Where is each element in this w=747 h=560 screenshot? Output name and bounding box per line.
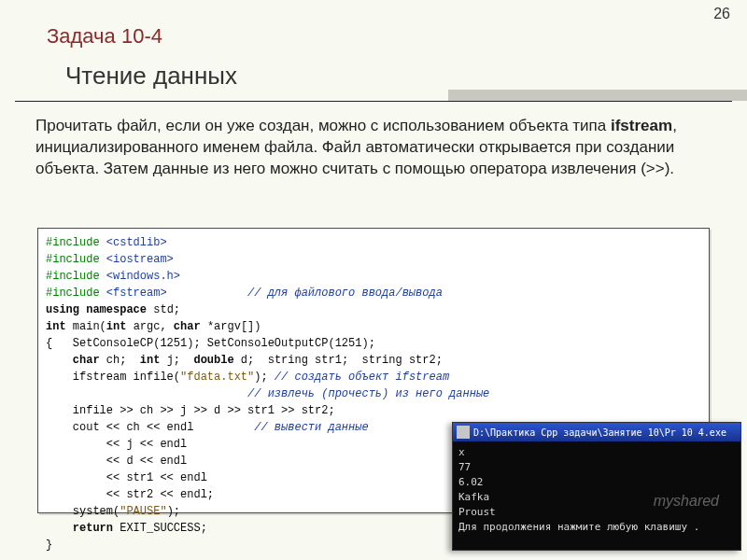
code-token: int [106,320,134,333]
console-titlebar: D:\Практика Cpp задачи\Занятие 10\Pr_10_… [453,423,740,441]
console-icon [457,426,470,439]
slide-title: Чтение данных [65,62,237,91]
code-string: "fdata.txt" [180,371,254,384]
console-line: x [458,446,465,458]
code-token: ifstream infile( [46,371,180,384]
code-token: #include [46,287,106,300]
divider [15,101,732,102]
code-token: ch; [100,354,140,367]
console-line: 77 [458,461,471,473]
code-token: std; [147,303,180,316]
code-token: ); [254,371,275,384]
console-line: Для продолжения нажмите любую клавишу . [458,521,699,533]
code-line: << d << endl [46,455,187,468]
code-comment: // создать объект ifstream [275,371,449,384]
code-comment: // для файлового ввода/вывода [167,287,443,300]
code-token: cout << ch << endl [46,421,193,434]
console-output: x 77 6.02 Kafka Proust Для продолжения н… [453,441,740,539]
task-label: Задача 10-4 [47,24,162,49]
console-title: D:\Практика Cpp задачи\Занятие 10\Pr_10_… [473,427,737,438]
code-token: int [46,320,73,333]
code-token: using namespace [46,303,147,316]
code-token: #include [46,236,106,249]
code-comment: // вывести данные [193,421,368,434]
body-text-1: Прочитать файл, если он уже создан, можн… [35,117,611,134]
code-line: << str2 << endl; [46,488,214,501]
code-token: char [174,320,207,333]
code-token: main( [73,320,106,333]
body-paragraph: Прочитать файл, если он уже создан, можн… [35,116,717,180]
code-comment: // извлечь (прочесть) из него данные [46,387,489,400]
code-token: double [193,354,233,367]
code-token: argc, [134,320,174,333]
code-line: { SetConsoleCP(1251); SetConsoleOutputCP… [46,337,375,350]
code-token: system( [46,505,120,518]
code-token: int [140,354,161,367]
code-line: << str1 << endl [46,471,207,484]
code-token: <cstdlib> [106,236,167,249]
code-token: EXIT_SUCCESS; [113,522,207,535]
console-window: D:\Практика Cpp задачи\Занятие 10\Pr_10_… [452,422,741,551]
code-line: << j << endl [46,438,187,451]
code-token: d; string str1; string str2; [234,354,443,367]
code-token: #include [46,270,106,283]
console-line: 6.02 [458,476,484,488]
code-token: return [46,522,113,535]
code-line: } [46,539,52,552]
code-token: <fstream> [106,287,167,300]
console-line: Proust [458,506,496,518]
code-token: *argv[]) [207,320,261,333]
code-token: ); [167,505,180,518]
code-token: <iostream> [106,253,174,266]
code-token: j; [160,354,193,367]
title-shadow [448,90,747,101]
page-number: 26 [713,6,730,22]
console-line: Kafka [458,491,489,503]
code-token: <windows.h> [106,270,180,283]
code-string: "PAUSE" [120,505,166,518]
code-token: #include [46,253,106,266]
title-bar: Чтение данных [0,58,747,101]
keyword-ifstream: ifstream [611,117,672,134]
code-token: char [46,354,100,367]
code-line: infile >> ch >> j >> d >> str1 >> str2; [46,404,335,417]
